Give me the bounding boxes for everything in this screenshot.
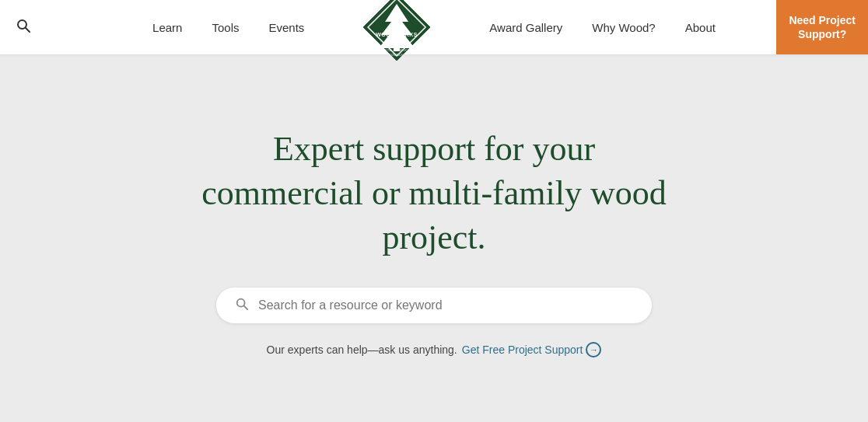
hero-subtext: Our experts can help—ask us anything. Ge…: [267, 342, 602, 357]
subtext-label: Our experts can help—ask us anything.: [267, 344, 457, 356]
search-bar[interactable]: [216, 288, 652, 323]
hero-section: Expert support for your commercial or mu…: [0, 54, 868, 422]
search-icon[interactable]: [16, 18, 31, 37]
free-support-link[interactable]: Get Free Project Support →: [462, 342, 602, 357]
nav-item-tools[interactable]: Tools: [201, 15, 250, 40]
nav-item-learn[interactable]: Learn: [142, 15, 193, 40]
site-logo[interactable]: WOODWORKS WOOD PRODUCTS COUNCIL: [362, 0, 432, 62]
svg-text:WOODWORKS: WOODWORKS: [376, 32, 418, 37]
nav-item-why-wood[interactable]: Why Wood?: [581, 15, 666, 40]
header-left: [0, 18, 31, 37]
nav-right: Award Gallery Why Wood? About: [478, 15, 726, 40]
main-nav: Learn Tools Events WOODWORKS WOOD PRODUC…: [142, 0, 726, 62]
arrow-icon: →: [586, 342, 601, 357]
nav-item-award-gallery[interactable]: Award Gallery: [478, 15, 573, 40]
search-icon-hero: [235, 297, 249, 314]
nav-item-about[interactable]: About: [674, 15, 726, 40]
cta-text: Need Project Support?: [789, 13, 856, 41]
cta-button[interactable]: Need Project Support?: [776, 0, 868, 54]
svg-line-10: [244, 306, 248, 310]
nav-left: Learn Tools Events: [142, 15, 315, 40]
search-input[interactable]: [258, 298, 633, 312]
svg-text:COUNCIL: COUNCIL: [389, 53, 405, 57]
svg-text:WOOD PRODUCTS: WOOD PRODUCTS: [381, 48, 412, 52]
hero-title: Expert support for your commercial or mu…: [193, 127, 675, 260]
svg-line-1: [26, 28, 30, 32]
nav-item-events[interactable]: Events: [257, 15, 315, 40]
site-header: Learn Tools Events WOODWORKS WOOD PRODUC…: [0, 0, 868, 54]
